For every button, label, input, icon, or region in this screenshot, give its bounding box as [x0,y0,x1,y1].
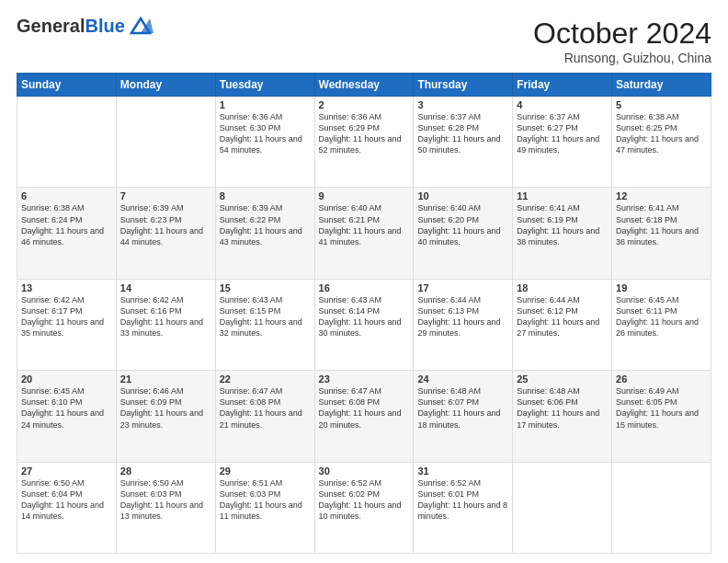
logo-icon [128,17,154,35]
cell-content: Sunrise: 6:42 AM Sunset: 6:16 PM Dayligh… [120,294,211,339]
day-number: 29 [220,465,311,477]
logo: GeneralBlue [17,17,154,35]
calendar-cell: 15Sunrise: 6:43 AM Sunset: 6:15 PM Dayli… [215,279,314,370]
cell-content: Sunrise: 6:52 AM Sunset: 6:02 PM Dayligh… [319,477,410,523]
calendar-cell: 9Sunrise: 6:40 AM Sunset: 6:21 PM Daylig… [314,188,414,279]
calendar-cell: 10Sunrise: 6:40 AM Sunset: 6:20 PM Dayli… [414,188,513,279]
title-area: October 2024 Runsong, Guizhou, China [533,17,711,65]
cell-content: Sunrise: 6:37 AM Sunset: 6:27 PM Dayligh… [517,111,608,156]
day-number: 4 [517,99,608,110]
cell-content: Sunrise: 6:38 AM Sunset: 6:24 PM Dayligh… [21,202,112,247]
calendar-cell: 13Sunrise: 6:42 AM Sunset: 6:17 PM Dayli… [17,279,117,370]
calendar-week-2: 13Sunrise: 6:42 AM Sunset: 6:17 PM Dayli… [17,279,711,370]
day-number: 9 [319,190,410,201]
calendar-header-wednesday: Wednesday [314,74,414,97]
cell-content: Sunrise: 6:36 AM Sunset: 6:29 PM Dayligh… [319,111,410,156]
calendar-cell: 14Sunrise: 6:42 AM Sunset: 6:16 PM Dayli… [116,279,215,370]
calendar-header-friday: Friday [513,74,612,97]
day-number: 5 [616,99,707,110]
calendar-table: SundayMondayTuesdayWednesdayThursdayFrid… [17,73,711,554]
cell-content: Sunrise: 6:41 AM Sunset: 6:19 PM Dayligh… [517,202,608,247]
day-number: 17 [417,282,508,293]
cell-content: Sunrise: 6:41 AM Sunset: 6:18 PM Dayligh… [616,202,707,247]
calendar-week-4: 27Sunrise: 6:50 AM Sunset: 6:04 PM Dayli… [17,462,711,553]
logo-text: GeneralBlue [17,17,125,35]
location: Runsong, Guizhou, China [533,51,711,65]
cell-content: Sunrise: 6:37 AM Sunset: 6:28 PM Dayligh… [417,111,508,156]
calendar-header-row: SundayMondayTuesdayWednesdayThursdayFrid… [17,74,711,97]
cell-content: Sunrise: 6:42 AM Sunset: 6:17 PM Dayligh… [21,294,112,339]
calendar-cell: 21Sunrise: 6:46 AM Sunset: 6:09 PM Dayli… [116,371,215,462]
calendar-cell: 1Sunrise: 6:36 AM Sunset: 6:30 PM Daylig… [215,97,314,188]
cell-content: Sunrise: 6:48 AM Sunset: 6:07 PM Dayligh… [417,385,508,431]
day-number: 11 [517,190,608,201]
calendar-week-0: 1Sunrise: 6:36 AM Sunset: 6:30 PM Daylig… [17,97,711,188]
day-number: 16 [319,282,410,293]
cell-content: Sunrise: 6:43 AM Sunset: 6:15 PM Dayligh… [220,294,311,339]
cell-content: Sunrise: 6:45 AM Sunset: 6:10 PM Dayligh… [21,385,112,431]
calendar-cell: 30Sunrise: 6:52 AM Sunset: 6:02 PM Dayli… [314,462,414,553]
cell-content: Sunrise: 6:50 AM Sunset: 6:04 PM Dayligh… [21,477,112,523]
calendar-header-sunday: Sunday [17,74,117,97]
cell-content: Sunrise: 6:49 AM Sunset: 6:05 PM Dayligh… [616,385,707,431]
calendar-header-monday: Monday [116,74,215,97]
day-number: 13 [21,282,112,293]
day-number: 24 [417,373,508,385]
day-number: 15 [220,282,311,293]
day-number: 31 [417,465,508,477]
day-number: 25 [517,373,608,385]
calendar-cell: 19Sunrise: 6:45 AM Sunset: 6:11 PM Dayli… [612,279,711,370]
day-number: 8 [220,190,311,201]
calendar-header-saturday: Saturday [612,74,711,97]
calendar-week-3: 20Sunrise: 6:45 AM Sunset: 6:10 PM Dayli… [17,371,711,462]
cell-content: Sunrise: 6:47 AM Sunset: 6:08 PM Dayligh… [220,385,311,431]
day-number: 30 [319,465,410,477]
cell-content: Sunrise: 6:40 AM Sunset: 6:20 PM Dayligh… [417,202,508,247]
calendar-cell: 31Sunrise: 6:52 AM Sunset: 6:01 PM Dayli… [414,462,513,553]
day-number: 23 [319,373,410,385]
calendar-cell: 20Sunrise: 6:45 AM Sunset: 6:10 PM Dayli… [17,371,117,462]
calendar-cell: 28Sunrise: 6:50 AM Sunset: 6:03 PM Dayli… [116,462,215,553]
calendar-cell [17,97,117,188]
day-number: 21 [120,373,211,385]
calendar-cell: 16Sunrise: 6:43 AM Sunset: 6:14 PM Dayli… [314,279,414,370]
calendar-cell: 6Sunrise: 6:38 AM Sunset: 6:24 PM Daylig… [17,188,117,279]
calendar-cell: 22Sunrise: 6:47 AM Sunset: 6:08 PM Dayli… [215,371,314,462]
day-number: 27 [21,465,112,477]
calendar-cell [513,462,612,553]
day-number: 3 [417,99,508,110]
cell-content: Sunrise: 6:43 AM Sunset: 6:14 PM Dayligh… [319,294,410,339]
cell-content: Sunrise: 6:45 AM Sunset: 6:11 PM Dayligh… [616,294,707,339]
cell-content: Sunrise: 6:50 AM Sunset: 6:03 PM Dayligh… [120,477,211,523]
day-number: 28 [120,465,211,477]
cell-content: Sunrise: 6:38 AM Sunset: 6:25 PM Dayligh… [616,111,707,156]
cell-content: Sunrise: 6:52 AM Sunset: 6:01 PM Dayligh… [417,477,508,523]
calendar-header-tuesday: Tuesday [215,74,314,97]
day-number: 19 [616,282,707,293]
calendar-week-1: 6Sunrise: 6:38 AM Sunset: 6:24 PM Daylig… [17,188,711,279]
calendar-cell [612,462,711,553]
month-title: October 2024 [533,17,711,51]
calendar-cell: 23Sunrise: 6:47 AM Sunset: 6:08 PM Dayli… [314,371,414,462]
calendar-cell: 2Sunrise: 6:36 AM Sunset: 6:29 PM Daylig… [314,97,414,188]
cell-content: Sunrise: 6:39 AM Sunset: 6:23 PM Dayligh… [120,202,211,247]
cell-content: Sunrise: 6:39 AM Sunset: 6:22 PM Dayligh… [220,202,311,247]
calendar-header-thursday: Thursday [414,74,513,97]
day-number: 6 [21,190,112,201]
cell-content: Sunrise: 6:46 AM Sunset: 6:09 PM Dayligh… [120,385,211,431]
cell-content: Sunrise: 6:44 AM Sunset: 6:12 PM Dayligh… [517,294,608,339]
cell-content: Sunrise: 6:47 AM Sunset: 6:08 PM Dayligh… [319,385,410,431]
calendar-cell: 18Sunrise: 6:44 AM Sunset: 6:12 PM Dayli… [513,279,612,370]
calendar-cell: 24Sunrise: 6:48 AM Sunset: 6:07 PM Dayli… [414,371,513,462]
header: GeneralBlue October 2024 Runsong, Guizho… [17,17,711,65]
calendar-cell: 3Sunrise: 6:37 AM Sunset: 6:28 PM Daylig… [414,97,513,188]
calendar-cell: 29Sunrise: 6:51 AM Sunset: 6:03 PM Dayli… [215,462,314,553]
calendar-cell: 12Sunrise: 6:41 AM Sunset: 6:18 PM Dayli… [612,188,711,279]
day-number: 7 [120,190,211,201]
calendar-cell: 5Sunrise: 6:38 AM Sunset: 6:25 PM Daylig… [612,97,711,188]
calendar-cell: 27Sunrise: 6:50 AM Sunset: 6:04 PM Dayli… [17,462,117,553]
day-number: 18 [517,282,608,293]
calendar-cell: 17Sunrise: 6:44 AM Sunset: 6:13 PM Dayli… [414,279,513,370]
day-number: 14 [120,282,211,293]
day-number: 2 [319,99,410,110]
